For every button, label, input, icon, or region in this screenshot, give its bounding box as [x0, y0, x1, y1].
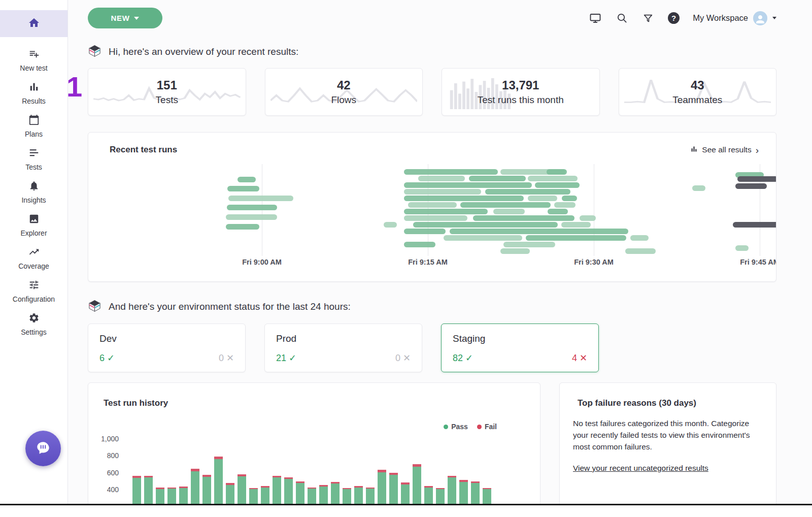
gantt-bar[interactable] [238, 177, 256, 182]
gantt-bar[interactable] [500, 248, 530, 254]
stat-label: Flows [331, 94, 356, 106]
gantt-bar[interactable] [227, 205, 277, 210]
gantt-bar[interactable] [733, 222, 776, 228]
gantt-bar[interactable] [526, 235, 626, 241]
gantt-bar[interactable] [735, 183, 767, 189]
gantt-bar[interactable] [227, 186, 259, 191]
stat-value: 43 [691, 78, 704, 92]
gantt-bar[interactable] [469, 176, 526, 181]
stat-card-teammates[interactable]: 43 Teammates [619, 68, 777, 116]
history-bar [179, 487, 188, 506]
sidebar-item-explorer[interactable]: Explorer [0, 213, 67, 236]
gantt-bar[interactable] [692, 185, 705, 191]
gantt-bar[interactable] [404, 215, 467, 221]
sliders-icon [28, 279, 40, 293]
sidebar-item-label: Tests [25, 163, 42, 171]
history-bar [238, 474, 246, 505]
see-all-results-link[interactable]: See all results › [690, 145, 759, 155]
sidebar-item-label: Insights [21, 196, 46, 204]
env-card-prod[interactable]: Prod 21 ✓ 0 ✕ [264, 324, 422, 372]
environment-greeting-text: And here's your environment status for t… [109, 301, 351, 312]
sidebar-item-home[interactable] [0, 10, 67, 37]
environment-greeting: And here's your environment status for t… [88, 299, 776, 315]
history-bar [202, 475, 211, 505]
gantt-bar[interactable] [226, 224, 259, 230]
failures-body: No test failures categorized this month.… [573, 417, 763, 453]
env-name: Staging [453, 333, 587, 344]
gantt-bar[interactable] [228, 196, 293, 201]
stat-card-test-runs[interactable]: 13,791 Test runs this month [442, 68, 600, 116]
recent-test-runs-card: Recent test runs See all results › Fri 9… [88, 132, 776, 282]
chat-button[interactable] [25, 431, 61, 466]
gantt-bar[interactable] [535, 182, 580, 188]
sidebar-item-configuration[interactable]: Configuration [0, 279, 67, 302]
gantt-bar[interactable] [547, 169, 567, 175]
sidebar-item-insights[interactable]: Insights [0, 180, 67, 203]
x-tick-label: Fri 9:45 AM [727, 258, 776, 266]
gantt-bar[interactable] [404, 229, 446, 234]
gantt-bar[interactable] [493, 209, 525, 214]
chat-bubble-icon [35, 439, 52, 458]
uncategorized-results-link[interactable]: View your recent uncategorized results [573, 464, 708, 473]
gantt-bar[interactable] [404, 182, 532, 188]
sidebar-item-settings[interactable]: Settings [0, 312, 67, 335]
sidebar-item-coverage[interactable]: Coverage [0, 246, 67, 269]
gantt-bar[interactable] [404, 169, 498, 175]
workspace-menu[interactable]: My Workspace [693, 11, 776, 25]
gantt-bar[interactable] [408, 202, 457, 208]
main-area: NEW ? My Workspace [69, 0, 812, 504]
stat-label: Teammates [672, 94, 722, 106]
env-pass-count: 21 ✓ [276, 352, 296, 364]
gantt-bar[interactable] [503, 242, 555, 247]
env-card-staging[interactable]: Staging 82 ✓ 4 ✕ [441, 324, 599, 372]
sidebar-nav: New test Results Plans Tests [0, 48, 67, 345]
sidebar-item-tests[interactable]: Tests [0, 147, 67, 170]
gantt-bar[interactable] [404, 209, 488, 214]
gantt-bar[interactable] [444, 235, 522, 241]
history-bar [366, 488, 375, 505]
gantt-bar[interactable] [418, 176, 465, 181]
filter-icon[interactable] [641, 12, 655, 25]
gantt-bar[interactable] [404, 242, 435, 247]
gantt-bar[interactable] [460, 202, 551, 208]
gantt-bar[interactable] [226, 214, 277, 220]
gantt-bar[interactable] [630, 235, 649, 241]
sidebar-item-new-test[interactable]: New test [0, 48, 67, 71]
gantt-bar[interactable] [413, 222, 558, 228]
gantt-bar[interactable] [485, 189, 570, 195]
history-bar [167, 488, 176, 505]
sidebar-item-plans[interactable]: Plans [0, 114, 67, 137]
help-icon[interactable]: ? [668, 12, 680, 24]
monitor-icon[interactable] [589, 12, 602, 25]
gantt-bar[interactable] [384, 222, 397, 228]
gantt-bar[interactable] [580, 215, 596, 221]
stat-card-flows[interactable]: 42 Flows [265, 68, 423, 116]
gantt-bar[interactable] [473, 215, 574, 221]
sidebar-item-results[interactable]: Results [0, 81, 67, 104]
gantt-bar[interactable] [528, 196, 557, 201]
gantt-bar[interactable] [625, 248, 656, 254]
stat-card-tests[interactable]: 151 Tests [88, 68, 246, 116]
gantt-bar[interactable] [561, 222, 591, 228]
stat-value: 42 [337, 78, 351, 92]
gantt-bar[interactable] [548, 209, 568, 214]
gantt-bar[interactable] [450, 229, 628, 234]
overview-greeting-text: Hi, here's an overview of your recent re… [109, 46, 298, 57]
history-bar [284, 477, 293, 505]
gantt-bar[interactable] [404, 196, 524, 201]
history-bar [471, 481, 480, 505]
home-icon [28, 17, 40, 31]
history-bar [144, 476, 153, 505]
gantt-bar[interactable] [554, 202, 576, 208]
gantt-bar[interactable] [737, 176, 776, 182]
new-button-label: NEW [111, 14, 130, 22]
gantt-bar[interactable] [404, 189, 481, 195]
new-button[interactable]: NEW [88, 8, 162, 28]
gantt-bar[interactable] [562, 196, 577, 201]
env-card-dev[interactable]: Dev 6 ✓ 0 ✕ [88, 324, 246, 372]
gantt-bar[interactable] [735, 245, 749, 251]
search-icon[interactable] [615, 12, 628, 25]
results-icon [28, 81, 40, 94]
gantt-bar[interactable] [528, 176, 578, 181]
workspace-name: My Workspace [693, 13, 748, 23]
